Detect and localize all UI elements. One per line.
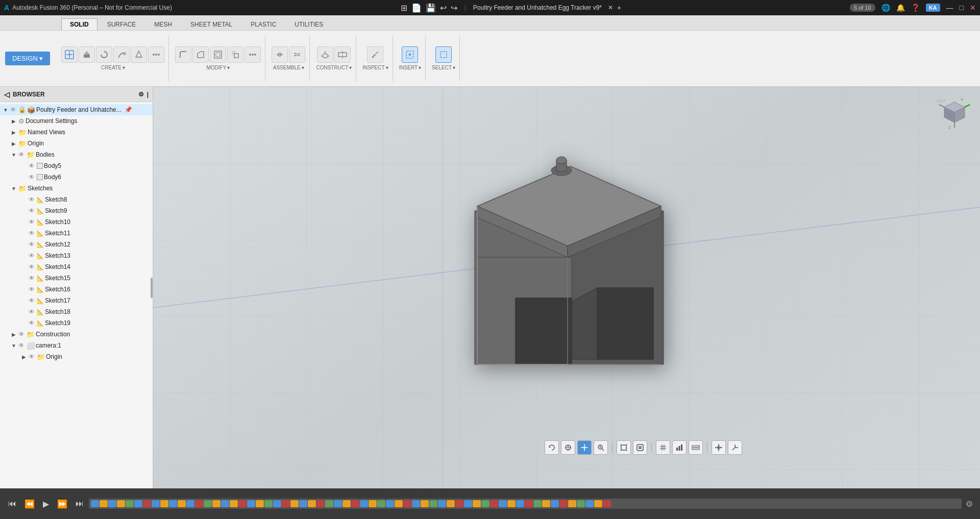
timeline-item-51[interactable] <box>533 500 542 507</box>
midplane-icon[interactable] <box>334 46 351 63</box>
create-label[interactable]: CREATE ▾ <box>101 65 125 70</box>
timeline-item-36[interactable] <box>403 500 411 507</box>
panel-resize-handle[interactable] <box>151 278 153 298</box>
timeline-item-4[interactable] <box>126 500 134 507</box>
timeline-item-56[interactable] <box>577 500 585 507</box>
timeline-item-45[interactable] <box>481 500 489 507</box>
timeline-item-23[interactable] <box>290 500 299 507</box>
timeline-item-9[interactable] <box>169 500 177 507</box>
timeline-item-26[interactable] <box>316 500 325 507</box>
vis-s11[interactable]: 👁 <box>29 230 36 237</box>
timeline-item-34[interactable] <box>386 500 394 507</box>
timeline-item-41[interactable] <box>447 500 455 507</box>
expand-sketches[interactable]: ▼ <box>10 185 17 192</box>
timeline-item-15[interactable] <box>221 500 229 507</box>
timeline-item-30[interactable] <box>351 500 359 507</box>
tree-item-body6[interactable]: 👁 Body6 <box>0 171 153 183</box>
user-avatar[interactable]: KA <box>926 4 940 12</box>
timeline-item-48[interactable] <box>507 500 516 507</box>
shell-icon[interactable] <box>210 46 226 63</box>
vis-s9[interactable]: 👁 <box>29 207 36 214</box>
pin-root-icon[interactable]: 📌 <box>125 106 132 113</box>
timeline-item-53[interactable] <box>551 500 559 507</box>
timeline-item-5[interactable] <box>134 500 142 507</box>
timeline-item-2[interactable] <box>108 500 116 507</box>
tree-item-doc-settings[interactable]: ▶ ⚙ Document Settings <box>0 115 153 127</box>
timeline-item-32[interactable] <box>369 500 377 507</box>
browser-resize-icon[interactable]: | <box>147 91 149 98</box>
modify-more-icon[interactable] <box>244 46 261 63</box>
help-icon[interactable]: ❓ <box>911 4 920 12</box>
save-icon[interactable]: 💾 <box>426 3 436 13</box>
timeline-item-58[interactable] <box>594 500 602 507</box>
more-display-btn[interactable] <box>689 440 703 455</box>
timeline-item-50[interactable] <box>525 500 533 507</box>
back-icon[interactable]: ◁ <box>4 90 10 98</box>
timeline-item-40[interactable] <box>438 500 446 507</box>
timeline-item-59[interactable] <box>603 500 611 507</box>
pan-btn[interactable] <box>577 440 592 455</box>
timeline-item-25[interactable] <box>308 500 316 507</box>
joint-icon[interactable] <box>272 46 288 63</box>
tree-item-body5[interactable]: 👁 Body5 <box>0 160 153 171</box>
insert-mcmaster-icon[interactable] <box>402 46 418 63</box>
tree-item-sketch8[interactable]: 👁📐Sketch8 <box>0 194 153 205</box>
timeline-item-57[interactable] <box>585 500 594 507</box>
timeline-item-16[interactable] <box>230 500 238 507</box>
timeline-track[interactable] <box>89 499 962 509</box>
globe-icon[interactable]: 🌐 <box>881 4 890 12</box>
close-tab-icon[interactable]: ✕ <box>608 4 613 11</box>
crosshair-btn[interactable] <box>712 440 726 455</box>
timeline-go-start-btn[interactable]: ⏮ <box>5 498 19 509</box>
timeline-go-end-btn[interactable]: ⏭ <box>72 498 87 509</box>
visibility-origin2-icon[interactable]: 👁 <box>29 353 36 360</box>
timeline-item-49[interactable] <box>516 500 524 507</box>
timeline-item-19[interactable] <box>256 500 264 507</box>
timeline-item-33[interactable] <box>377 500 385 507</box>
timeline-item-27[interactable] <box>325 500 333 507</box>
tab-mesh[interactable]: MESH <box>145 18 181 30</box>
scale-icon[interactable] <box>227 46 243 63</box>
timeline-item-10[interactable] <box>178 500 186 507</box>
tree-item-origin-1[interactable]: ▶ 📁 Origin <box>0 138 153 149</box>
timeline-item-24[interactable] <box>299 500 307 507</box>
tab-plastic[interactable]: PLASTIC <box>242 18 285 30</box>
timeline-item-13[interactable] <box>204 500 212 507</box>
visibility-body5-icon[interactable]: 👁 <box>29 162 36 169</box>
stats-btn[interactable] <box>672 440 687 455</box>
create-new-body-icon[interactable] <box>61 46 78 63</box>
inspect-label[interactable]: INSPECT ▾ <box>362 65 388 70</box>
tree-item-origin-2[interactable]: ▶ 👁 📁 Origin <box>0 351 153 362</box>
timeline-play-btn[interactable]: ▶ <box>40 498 52 510</box>
tree-item-camera1[interactable]: ▼ 👁 ⬜ camera:1 <box>0 340 153 351</box>
expand-named-views[interactable]: ▶ <box>10 129 17 136</box>
view-cube[interactable]: Y Z LEFT <box>934 92 975 133</box>
tree-item-sketch9[interactable]: 👁📐Sketch9 <box>0 205 153 216</box>
tab-sheet-metal[interactable]: SHEET METAL <box>182 18 241 30</box>
vis-s18[interactable]: 👁 <box>29 308 36 315</box>
redo-icon[interactable]: ↪ <box>451 3 457 13</box>
undo-icon[interactable]: ↩ <box>440 3 447 13</box>
tab-surface[interactable]: SURFACE <box>99 18 145 30</box>
expand-camera1[interactable]: ▼ <box>10 342 17 349</box>
timeline-item-37[interactable] <box>412 500 420 507</box>
timeline-item-35[interactable] <box>395 500 403 507</box>
timeline-prev-btn[interactable]: ⏪ <box>21 498 38 510</box>
timeline-item-31[interactable] <box>360 500 368 507</box>
timeline-item-21[interactable] <box>273 500 281 507</box>
offset-plane-icon[interactable] <box>317 46 333 63</box>
tab-utilities[interactable]: UTILITIES <box>286 18 332 30</box>
construct-label[interactable]: CONSTRUCT ▾ <box>316 65 352 70</box>
tree-item-sketch18[interactable]: 👁📐Sketch18 <box>0 306 153 317</box>
timeline-item-22[interactable] <box>282 500 290 507</box>
expand-root[interactable]: ▼ <box>2 106 9 113</box>
visibility-body6-icon[interactable]: 👁 <box>29 174 36 181</box>
display-mode-btn[interactable] <box>633 440 647 455</box>
vis-s10[interactable]: 👁 <box>29 218 36 226</box>
timeline-item-6[interactable] <box>143 500 151 507</box>
visibility-root-icon[interactable]: 👁 <box>10 106 17 113</box>
measure-icon[interactable] <box>367 46 383 63</box>
fit-view-btn[interactable] <box>617 440 631 455</box>
loft-icon[interactable] <box>131 46 147 63</box>
timeline-item-42[interactable] <box>455 500 463 507</box>
